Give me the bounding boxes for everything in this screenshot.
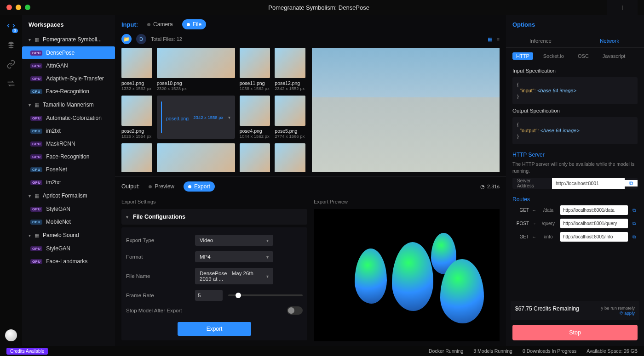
file-thumb[interactable]: pose11.png1038 x 1562 px: [240, 48, 270, 91]
file-thumb[interactable]: pose1.png1332 x 1562 px: [121, 48, 152, 91]
close-window[interactable]: [6, 5, 12, 10]
model-row[interactable]: GPUDensePose: [22, 46, 115, 59]
model-name: im2txt: [46, 128, 61, 134]
thumb-filename: pose2.png: [121, 128, 152, 134]
compute-chip: GPU: [30, 76, 42, 81]
output-mode-preview[interactable]: Preview: [144, 181, 179, 192]
model-name: Adaptive-Style-Transfer: [46, 75, 104, 82]
model-name: PoseNet: [46, 166, 67, 173]
route-path: /info: [539, 234, 558, 239]
workspace-icon: [34, 36, 39, 43]
stop-after-toggle[interactable]: [287, 306, 303, 315]
chevron-down-icon: [29, 192, 31, 199]
route-method: GET: [512, 208, 529, 213]
format-select[interactable]: MP4: [195, 251, 273, 262]
input-spec-code: { "input": <base 64 image> }: [512, 77, 638, 104]
file-thumb[interactable]: pose5.png2774 x 1566 px: [275, 96, 305, 139]
model-row[interactable]: CPUFace-Recognition: [22, 85, 115, 98]
apply-credits[interactable]: ⟳ apply: [601, 311, 635, 316]
framerate-slider[interactable]: [228, 294, 303, 296]
model-row[interactable]: GPUStyleGAN: [22, 203, 115, 215]
grid-view-icon[interactable]: ▦: [488, 36, 492, 42]
total-files: Total Files: 12: [151, 36, 182, 42]
model-row[interactable]: GPUMaskRCNN: [22, 137, 115, 150]
server-address-input[interactable]: [552, 178, 625, 189]
workspace-head[interactable]: Pomegranate Symboli...: [22, 33, 115, 46]
tab-network[interactable]: Network: [575, 34, 644, 47]
thumb-image: [240, 48, 270, 78]
compute-chip: GPU: [30, 207, 42, 212]
model-row[interactable]: GPUFace-Landmarks: [22, 255, 115, 268]
filename-input[interactable]: DensePose - May 26th 2019 at ...: [195, 268, 273, 284]
output-mode-export[interactable]: Export: [184, 181, 215, 192]
route-url-input[interactable]: [560, 232, 628, 242]
thumb-dimensions: 2774 x 1566 px: [275, 134, 305, 139]
route-url-input[interactable]: [560, 205, 628, 215]
compute-chip: GPU: [30, 259, 42, 264]
subtab-socket[interactable]: Socket.io: [540, 52, 568, 60]
file-thumb[interactable]: [275, 143, 305, 172]
model-row[interactable]: GPUStyleGAN: [22, 242, 115, 255]
model-name: MobileNet: [46, 219, 71, 225]
credits-pill[interactable]: Credits Available: [6, 348, 48, 355]
model-row[interactable]: GPUAutomatic-Colorization: [22, 112, 115, 124]
framerate-input[interactable]: [195, 290, 223, 301]
thumb-image: [121, 48, 152, 78]
file-thumb[interactable]: pose3.png2342 x 1558 px: [157, 96, 235, 139]
filter-icon[interactable]: D: [136, 34, 146, 44]
workspace-head[interactable]: Apricot Formalism: [22, 189, 115, 203]
route-url-input[interactable]: [560, 219, 628, 228]
compute-chip: CPU: [30, 89, 42, 94]
thumb-dimensions: 2320 x 1528 px: [157, 86, 235, 91]
add-folder-icon[interactable]: 📁: [121, 34, 132, 44]
copy-address-icon[interactable]: ⧉: [625, 180, 638, 186]
subtab-osc[interactable]: OSC: [574, 52, 592, 60]
stop-button[interactable]: Stop: [512, 325, 638, 340]
export-type-select[interactable]: Video: [195, 235, 273, 246]
copy-icon[interactable]: ⧉: [631, 221, 638, 226]
copy-icon[interactable]: ⧉: [631, 208, 638, 213]
tab-inference[interactable]: Inference: [506, 34, 575, 47]
thumb-filename: pose5.png: [275, 128, 305, 134]
file-thumb[interactable]: pose12.png2342 x 1552 px: [275, 48, 305, 91]
input-mode-file[interactable]: File: [182, 19, 206, 29]
link-icon[interactable]: [6, 60, 16, 69]
model-row[interactable]: GPUAttnGAN: [22, 59, 115, 72]
copy-icon[interactable]: ⧉: [631, 234, 638, 240]
route-row: POST→/query⧉: [512, 219, 638, 228]
input-mode-camera[interactable]: Camera: [143, 19, 178, 29]
section-file-config[interactable]: File Configurations: [121, 209, 307, 225]
export-button[interactable]: Export: [178, 322, 251, 336]
workspace-head[interactable]: Tamarillo Mannerism: [22, 98, 115, 112]
subtab-js[interactable]: Javascript: [599, 52, 629, 60]
user-avatar[interactable]: [5, 329, 17, 341]
options-panel: Options Inference Network HTTP Socket.io…: [506, 15, 644, 346]
route-row: GET←/data⧉: [512, 205, 638, 215]
file-thumb[interactable]: [121, 143, 152, 172]
file-thumb[interactable]: pose4.png1044 x 1562 px: [240, 96, 270, 139]
minimize-window[interactable]: [16, 5, 21, 10]
file-thumb[interactable]: pose2.png1026 x 1554 px: [121, 96, 152, 139]
maximize-window[interactable]: [25, 5, 30, 10]
list-view-icon[interactable]: ≡: [497, 36, 500, 42]
compute-chip: GPU: [30, 246, 42, 251]
model-row[interactable]: CPUim2txt: [22, 124, 115, 137]
model-row[interactable]: GPUim2txt: [22, 176, 115, 189]
file-thumb[interactable]: pose10.png2320 x 1528 px: [157, 48, 235, 91]
workspace-head[interactable]: Pamelo Sound: [22, 228, 115, 242]
thumb-filename: pose11.png: [240, 80, 270, 86]
file-thumb[interactable]: [240, 143, 270, 172]
model-row[interactable]: GPUFace-Recognition: [22, 150, 115, 163]
models-icon[interactable]: [6, 40, 16, 50]
model-row[interactable]: GPUAdaptive-Style-Transfer: [22, 72, 115, 85]
chevron-down-icon: [29, 36, 31, 43]
workspace-icon: [34, 102, 39, 108]
model-name: MaskRCNN: [46, 141, 75, 147]
compute-chip: GPU: [30, 63, 42, 68]
sidebar-title: Workspaces: [22, 15, 115, 33]
flow-icon[interactable]: [6, 79, 16, 88]
file-thumb[interactable]: [157, 143, 235, 172]
subtab-http[interactable]: HTTP: [512, 52, 533, 60]
model-row[interactable]: CPUPoseNet: [22, 163, 115, 176]
model-row[interactable]: CPUMobileNet: [22, 215, 115, 228]
